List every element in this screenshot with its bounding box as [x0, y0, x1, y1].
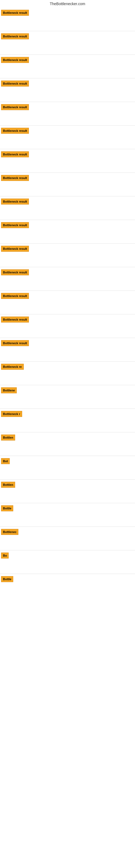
- bottleneck-badge[interactable]: Bottlen: [1, 435, 15, 440]
- bottleneck-item: Bot: [0, 456, 135, 479]
- bottleneck-item: Bottleneck result: [0, 102, 135, 125]
- bottleneck-item: Bottleneck result: [0, 196, 135, 220]
- bottleneck-badge[interactable]: Bottleneck result: [1, 10, 29, 16]
- bottleneck-item: Bottleneck result: [0, 126, 135, 149]
- bottleneck-item: Bottleneck result: [0, 79, 135, 102]
- bottleneck-item: Bottleneck result: [0, 220, 135, 243]
- bottleneck-badge[interactable]: Bottleneck r: [1, 411, 22, 417]
- bottleneck-badge[interactable]: Bottleneck result: [1, 269, 29, 275]
- bottleneck-badge[interactable]: Bottleneck result: [1, 104, 29, 110]
- bottleneck-item: Bottleneck result: [0, 314, 135, 338]
- bottleneck-item: Bottleneck result: [0, 291, 135, 314]
- bottleneck-item: Bo: [0, 550, 135, 574]
- bottleneck-badge[interactable]: Bottleneck result: [1, 246, 29, 252]
- bottleneck-badge[interactable]: Bottleneck result: [1, 128, 29, 134]
- bottleneck-badge[interactable]: Bottleneck result: [1, 222, 29, 228]
- bottleneck-item: Bottleneck re: [0, 362, 135, 385]
- bottleneck-badge[interactable]: Bottleneck result: [1, 151, 29, 157]
- bottleneck-badge[interactable]: Bottle: [1, 576, 13, 582]
- bottleneck-item: Bottlen: [0, 479, 135, 503]
- bottleneck-badge[interactable]: Bot: [1, 458, 10, 464]
- bottleneck-item: Bottleneck r: [0, 409, 135, 432]
- bottleneck-badge[interactable]: Bottleneck result: [1, 81, 29, 87]
- bottleneck-item: Bottleneck result: [0, 338, 135, 361]
- bottleneck-item: Bottleneck result: [0, 55, 135, 78]
- bottleneck-item: Bottleneck result: [0, 244, 135, 267]
- bottleneck-badge[interactable]: Bottleneck result: [1, 33, 29, 39]
- bottleneck-badge[interactable]: Bottleneck result: [1, 175, 29, 181]
- bottleneck-badge[interactable]: Bottleneck result: [1, 340, 29, 346]
- bottleneck-item: Bottleneck result: [0, 267, 135, 290]
- bottleneck-item: Bottleneck result: [0, 31, 135, 55]
- bottleneck-badge[interactable]: Bottleneck re: [1, 364, 24, 370]
- bottleneck-badge[interactable]: Bottlene: [1, 388, 17, 393]
- bottleneck-item: Bottle: [0, 574, 135, 597]
- bottleneck-item: Bottleneck result: [0, 173, 135, 196]
- bottleneck-list: Bottleneck resultBottleneck resultBottle…: [0, 8, 135, 868]
- bottleneck-item: Bottlene: [0, 385, 135, 408]
- bottleneck-badge[interactable]: Bottleneck result: [1, 198, 29, 205]
- bottleneck-badge[interactable]: Bo: [1, 553, 9, 558]
- bottleneck-item: Bottleneck result: [0, 149, 135, 173]
- bottleneck-badge[interactable]: Bottleneck result: [1, 57, 29, 63]
- bottleneck-item: Bottleneck result: [0, 8, 135, 31]
- bottleneck-item: Bottlen: [0, 432, 135, 456]
- bottleneck-item: Bottlenec: [0, 527, 135, 550]
- bottleneck-item: Bottle: [0, 503, 135, 527]
- bottleneck-badge[interactable]: Bottleneck result: [1, 316, 29, 322]
- bottleneck-badge[interactable]: Bottlenec: [1, 529, 18, 535]
- bottleneck-badge[interactable]: Bottlen: [1, 482, 15, 488]
- site-title-container: TheBottlenecker.com: [0, 0, 135, 8]
- bottom-spacer: [0, 597, 135, 868]
- site-title: TheBottlenecker.com: [0, 0, 135, 8]
- bottleneck-badge[interactable]: Bottleneck result: [1, 293, 29, 299]
- bottleneck-badge[interactable]: Bottle: [1, 505, 13, 511]
